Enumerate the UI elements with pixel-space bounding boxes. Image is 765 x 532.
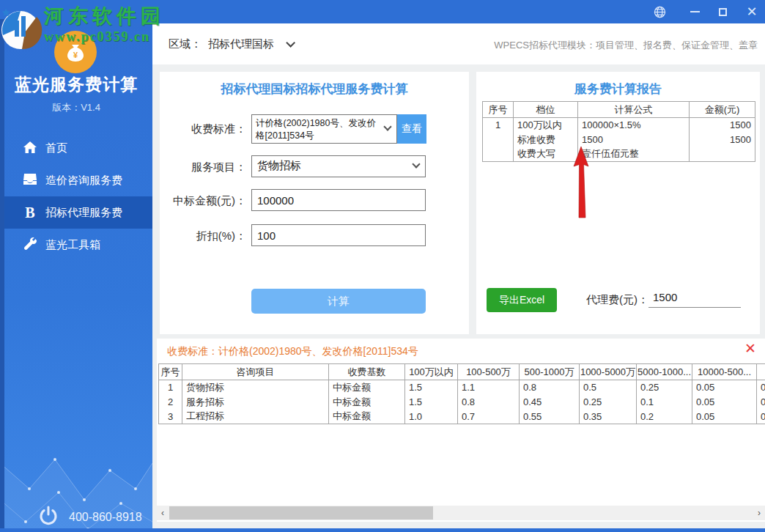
sidebar-item-toolbox[interactable]: 蓝光工具箱 bbox=[0, 229, 152, 261]
region-dropdown[interactable]: 招标代理国标 bbox=[208, 37, 292, 51]
discount-input[interactable] bbox=[251, 224, 426, 246]
home-icon bbox=[22, 141, 38, 155]
module-info-text: WPECS招标代理模块：项目管理、报名费、保证金管理、盖章 bbox=[494, 39, 758, 52]
scroll-right-icon[interactable]: › bbox=[753, 506, 765, 520]
maximize-button[interactable] bbox=[708, 0, 737, 23]
sidebar-item-bid-agency[interactable]: B 招标代理服务费 bbox=[0, 196, 152, 229]
view-standard-button[interactable]: 查看 bbox=[397, 114, 426, 144]
discount-label: 折扣(%)： bbox=[160, 229, 246, 243]
region-label: 区域： bbox=[169, 37, 202, 51]
sidebar-item-label: 首页 bbox=[45, 141, 67, 155]
table-row: 收费大写 壹仟伍佰元整 bbox=[483, 147, 755, 162]
sidebar: ¥ 蓝光服务费计算 版本：V1.4 首页 造价咨询服务费 B 招标代理服务费 蓝… bbox=[0, 23, 152, 532]
globe-icon[interactable] bbox=[645, 0, 674, 23]
scroll-left-icon[interactable]: ‹ bbox=[157, 506, 169, 520]
agency-fee-input[interactable] bbox=[648, 287, 741, 308]
sidebar-menu: 首页 造价咨询服务费 B 招标代理服务费 蓝光工具箱 bbox=[0, 132, 152, 261]
chevron-down-icon bbox=[286, 38, 295, 48]
report-table: 序号 档位 计算公式 金额(元) 1100万以内 100000×1.5%1500… bbox=[482, 101, 755, 162]
close-button[interactable]: ✕ bbox=[737, 0, 765, 23]
power-icon[interactable] bbox=[38, 506, 59, 529]
sidebar-item-home[interactable]: 首页 bbox=[0, 132, 152, 164]
moneybag-logo-icon: ¥ bbox=[54, 31, 97, 73]
contact-row: 400-860-8918 bbox=[0, 503, 152, 532]
report-header-row: 序号 档位 计算公式 金额(元) bbox=[483, 102, 755, 118]
region-value: 招标代理国标 bbox=[208, 37, 274, 51]
amount-input[interactable] bbox=[251, 189, 426, 211]
support-phone: 400-860-8918 bbox=[69, 511, 142, 524]
service-label: 服务项目： bbox=[160, 160, 246, 174]
export-excel-button[interactable]: 导出Excel bbox=[487, 288, 557, 312]
table-row: 标准收费 15001500 bbox=[483, 133, 755, 147]
chevron-down-icon bbox=[383, 122, 391, 130]
fee-standard-header: 收费标准：计价格(2002)1980号、发改价格[2011]534号 bbox=[167, 345, 418, 358]
fee-standard-table: 序号 咨询项目 收费基数 100万以内 100-500万 500-1000万 1… bbox=[158, 363, 765, 424]
col-amount: 金额(元) bbox=[690, 102, 755, 118]
col-seq: 序号 bbox=[483, 102, 514, 118]
table-row: 1100万以内 100000×1.5%1500 bbox=[483, 118, 755, 133]
amount-label: 中标金额(元)： bbox=[160, 194, 246, 208]
standard-select-value: 计价格(2002)1980号、发改价格[2011]534号 bbox=[256, 118, 376, 141]
topbar: 区域： 招标代理国标 WPECS招标代理模块：项目管理、报名费、保证金管理、盖章 bbox=[152, 23, 765, 64]
app-title: 蓝光服务费计算 bbox=[0, 73, 152, 96]
fee-standard-header-row: 序号 咨询项目 收费基数 100万以内 100-500万 500-1000万 1… bbox=[159, 364, 765, 380]
red-arrow-annotation bbox=[572, 147, 591, 220]
sidebar-item-label: 招标代理服务费 bbox=[45, 206, 122, 220]
app-version: 版本：V1.4 bbox=[0, 101, 152, 114]
col-formula: 计算公式 bbox=[578, 102, 690, 118]
close-icon[interactable]: ✕ bbox=[744, 341, 756, 355]
scrollbar-thumb[interactable] bbox=[169, 506, 433, 520]
standard-label: 收费标准： bbox=[160, 122, 246, 136]
table-row: 1货物招标 中标金额1.5 1.10.8 0.50.25 0.050.0 bbox=[159, 380, 765, 395]
table-row: 2服务招标 中标金额1.5 0.80.45 0.250.1 0.050.0 bbox=[159, 395, 765, 410]
chevron-down-icon bbox=[412, 160, 420, 168]
window-bottom-edge bbox=[0, 528, 765, 532]
agency-fee-label: 代理费(元)： bbox=[586, 293, 648, 307]
wrench-icon bbox=[22, 237, 38, 252]
sidebar-item-cost-consult[interactable]: 造价咨询服务费 bbox=[0, 164, 152, 196]
calculate-button[interactable]: 计算 bbox=[251, 289, 426, 314]
service-select[interactable]: 货物招标 bbox=[251, 155, 426, 177]
archive-icon bbox=[22, 174, 38, 187]
table-row: 3工程招标 中标金额1.0 0.70.55 0.350.2 0.050.0 bbox=[159, 410, 765, 424]
report-panel: 服务费计算报告 序号 档位 计算公式 金额(元) 1100万以内 100000×… bbox=[476, 72, 760, 334]
svg-text:¥: ¥ bbox=[73, 51, 78, 59]
standard-select[interactable]: 计价格(2002)1980号、发改价格[2011]534号 bbox=[251, 114, 397, 144]
col-tier: 档位 bbox=[514, 102, 578, 118]
horizontal-scrollbar[interactable]: ‹ › bbox=[157, 506, 765, 520]
letter-b-icon: B bbox=[22, 204, 38, 221]
service-select-value: 货物招标 bbox=[257, 159, 301, 171]
report-title: 服务费计算报告 bbox=[476, 81, 760, 97]
titlebar: ✕ bbox=[0, 0, 765, 23]
fee-standard-panel: 收费标准：计价格(2002)1980号、发改价格[2011]534号 ✕ 序号 … bbox=[157, 339, 765, 522]
calc-form-title: 招标代理国标招标代理服务费计算 bbox=[160, 81, 469, 97]
sidebar-item-label: 蓝光工具箱 bbox=[45, 238, 100, 252]
sidebar-item-label: 造价咨询服务费 bbox=[45, 174, 122, 188]
minimize-button[interactable] bbox=[680, 0, 709, 23]
window-left-edge bbox=[0, 19, 4, 532]
clipped-note-text: 3、软件该永久免费使用，随时申请全国咨询服务热线 bbox=[274, 521, 498, 522]
calc-form-panel: 招标代理国标招标代理服务费计算 收费标准： 计价格(2002)1980号、发改价… bbox=[160, 72, 469, 334]
